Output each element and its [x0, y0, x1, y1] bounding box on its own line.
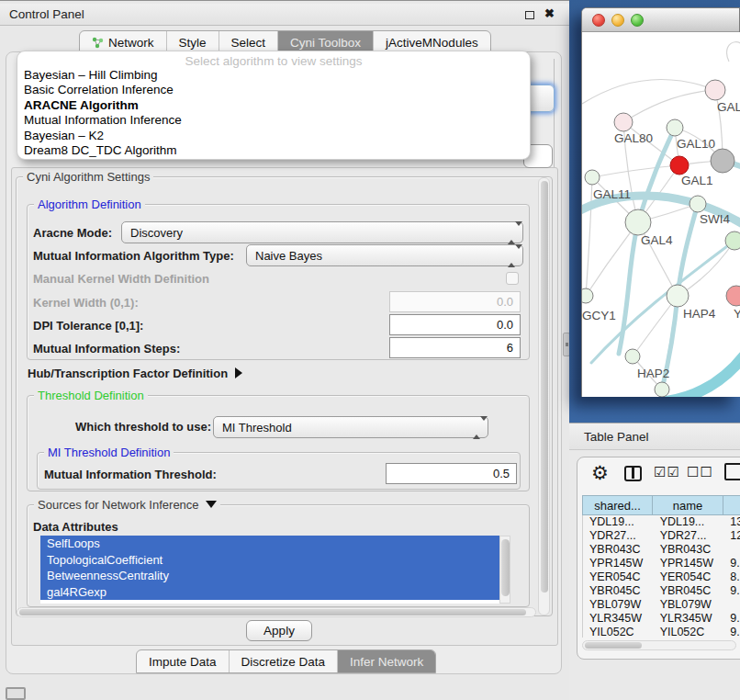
manual-kernel-checkbox[interactable]	[506, 272, 519, 285]
hub-definition-expander[interactable]: Hub/Transcription Factor Definition	[28, 367, 242, 380]
table-row[interactable]: YDL19...YDL19...13	[583, 515, 740, 529]
network-node[interactable]	[625, 209, 651, 235]
table-row[interactable]: YER054CYER054C8.	[583, 570, 740, 584]
network-edge-highlighted[interactable]	[667, 346, 740, 397]
network-edge[interactable]	[623, 90, 715, 122]
manual-kernel-label: Manual Kernel Width Definition	[33, 272, 209, 286]
settings-horizontal-scrollbar[interactable]	[17, 607, 536, 617]
group-title: Threshold Definition	[34, 389, 148, 402]
network-node[interactable]	[690, 196, 706, 212]
group-title: Algorithm Definition	[34, 198, 145, 211]
table-row[interactable]: YLR345WYLR345W9.	[583, 612, 740, 626]
algorithm-option[interactable]: Basic Correlation Inference	[17, 83, 530, 97]
network-node[interactable]	[655, 382, 669, 397]
algorithm-option[interactable]: ARACNE Algorithm	[17, 98, 530, 113]
tab-label: Discretize Data	[241, 655, 326, 669]
table-cell: 13	[723, 515, 740, 529]
float-window-icon[interactable]	[525, 11, 534, 19]
tab-impute-data[interactable]: Impute Data	[137, 650, 230, 672]
aracne-mode-combo[interactable]: Discovery	[121, 221, 523, 243]
table-cell: YPR145W	[654, 557, 724, 570]
network-edge[interactable]	[592, 165, 679, 177]
attribute-option[interactable]: TopologicalCoefficient	[40, 552, 510, 569]
table-panel-title: Table Panel	[584, 430, 649, 444]
network-node[interactable]	[625, 349, 640, 364]
attribute-option[interactable]: SelfLoops	[40, 536, 510, 552]
table-cell: YER054C	[583, 570, 654, 584]
table-row[interactable]: YPR145WYPR145W9.	[583, 557, 740, 570]
mi-type-combo[interactable]: Naive Bayes	[246, 244, 523, 266]
combo-value: Naive Bayes	[255, 249, 322, 263]
algorithm-option[interactable]: Bayesian – Hill Climbing	[17, 68, 530, 83]
network-node[interactable]	[726, 286, 740, 306]
network-icon	[92, 37, 104, 49]
sources-expander[interactable]: Sources for Network Inference	[34, 498, 220, 512]
network-node[interactable]	[585, 170, 600, 185]
column-visibility-icon[interactable]	[624, 466, 642, 481]
data-attributes-label: Data Attributes	[33, 520, 118, 534]
attributes-scrollbar[interactable]	[499, 536, 510, 604]
close-window-icon[interactable]	[592, 14, 605, 27]
settings-gear-icon[interactable]: ⚙	[591, 462, 609, 484]
column-header[interactable]: A	[723, 495, 740, 515]
network-edge[interactable]	[727, 42, 740, 62]
apply-button[interactable]: Apply	[246, 620, 312, 641]
table-cell: YDL19...	[583, 515, 654, 529]
algorithm-option[interactable]: Dream8 DC_TDC Algorithm	[17, 143, 530, 158]
table-cell: 9.	[723, 557, 740, 570]
column-header[interactable]: shared...	[582, 495, 653, 515]
network-edge-highlighted[interactable]	[591, 241, 734, 363]
group-title: MI Threshold Definition	[44, 446, 174, 459]
which-threshold-combo[interactable]: MI Threshold	[213, 416, 488, 438]
algorithm-option[interactable]: Bayesian – K2	[17, 129, 530, 143]
attribute-option[interactable]: gal4RGexp	[40, 584, 510, 601]
settings-vertical-scrollbar[interactable]	[538, 177, 550, 615]
zoom-window-icon[interactable]	[631, 14, 644, 27]
select-all-checkbox-icon[interactable]: ☑☑	[654, 464, 680, 480]
collapse-down-icon	[206, 501, 217, 508]
network-edge[interactable]	[586, 177, 592, 296]
tab-label: jActiveMNodules	[386, 36, 478, 50]
network-node[interactable]	[705, 80, 725, 100]
docked-panel-icon[interactable]	[6, 687, 26, 700]
table-cell: YIL052C	[654, 626, 724, 638]
network-node[interactable]	[582, 288, 593, 303]
column-header[interactable]: name	[653, 495, 723, 515]
expand-right-icon	[235, 367, 242, 378]
table-cell: 9.	[723, 612, 740, 626]
close-panel-icon[interactable]: ✖	[544, 6, 555, 20]
network-canvas[interactable]: GALGAL80GAL10GAL1GAL11SWI4GAL4GCY1HAP4YH…	[582, 32, 740, 397]
mi-threshold-field[interactable]: 0.5	[386, 463, 517, 484]
kernel-width-field[interactable]: 0.0	[389, 291, 521, 312]
network-node[interactable]	[670, 156, 689, 175]
tab-infer-network[interactable]: Infer Network	[338, 650, 435, 672]
dpi-tolerance-field[interactable]: 0.0	[389, 314, 521, 335]
mi-steps-label: Mutual Information Steps:	[33, 342, 180, 356]
table-header-row: shared...nameA	[582, 495, 740, 515]
table-row[interactable]: YBR043CYBR043C	[583, 543, 740, 557]
minimize-window-icon[interactable]	[611, 14, 624, 27]
attribute-option[interactable]: BetweennessCentrality	[40, 568, 510, 584]
network-node[interactable]	[667, 119, 683, 136]
table-row[interactable]: YIL052CYIL052C9.	[583, 626, 740, 638]
tab-discretize-data[interactable]: Discretize Data	[230, 650, 339, 672]
table-row[interactable]: YBR045CYBR045C9.	[583, 584, 740, 598]
deselect-all-checkbox-icon[interactable]: ☐☐	[687, 464, 713, 480]
aracne-mode-label: Aracne Mode:	[33, 226, 112, 240]
table-horizontal-scrollbar[interactable]	[582, 640, 736, 650]
algorithm-option[interactable]: Mutual Information Inference	[17, 113, 530, 128]
algorithm-dropdown-popup: Select algorithm to view settings Bayesi…	[17, 51, 531, 160]
page-icon[interactable]	[724, 463, 740, 480]
network-node[interactable]	[614, 113, 633, 131]
tab-label: Style	[179, 36, 207, 50]
table-cell: YBR043C	[583, 543, 654, 557]
network-edge[interactable]	[582, 79, 715, 104]
network-node[interactable]	[711, 149, 734, 173]
table-row[interactable]: YDR27...YDR27...12	[583, 529, 740, 543]
table-row[interactable]: YBL079WYBL079W	[583, 598, 740, 612]
network-node[interactable]	[667, 285, 689, 307]
mi-steps-field[interactable]: 6	[389, 337, 521, 358]
mi-threshold-label: Mutual Information Threshold:	[44, 468, 217, 481]
network-node[interactable]	[725, 231, 740, 250]
network-window-titlebar[interactable]	[582, 8, 739, 32]
